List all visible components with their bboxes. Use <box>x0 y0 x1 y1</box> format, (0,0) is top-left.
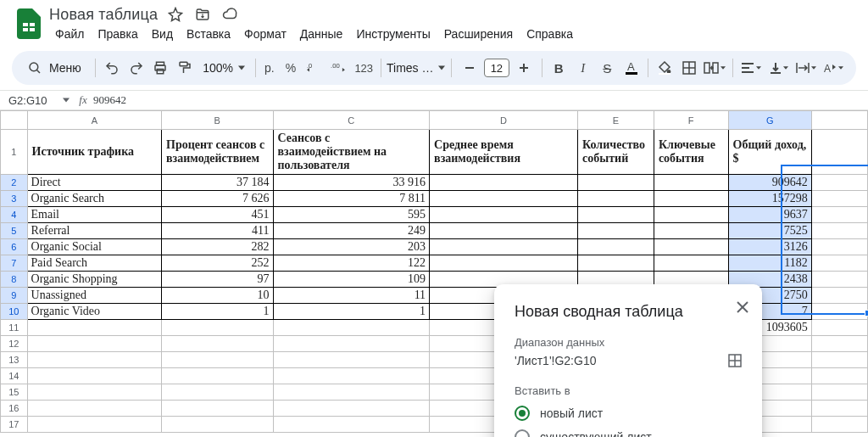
col-D[interactable]: D <box>430 111 578 130</box>
number-format-btn[interactable]: 123 <box>352 55 376 81</box>
menu-format[interactable]: Формат <box>238 25 292 42</box>
increase-decimal-icon[interactable]: .00 <box>328 55 351 81</box>
col-G[interactable]: G <box>728 111 811 130</box>
strike-btn[interactable]: S <box>596 55 619 81</box>
col-C[interactable]: C <box>273 111 430 130</box>
italic-btn[interactable]: I <box>571 55 594 81</box>
grid-select-icon[interactable] <box>728 354 742 367</box>
cloud-status-icon[interactable] <box>220 5 239 24</box>
formula-bar[interactable]: 909642 <box>93 93 126 107</box>
row-1[interactable]: 1 <box>1 130 28 175</box>
range-label: Диапазон данных <box>515 336 742 349</box>
row-8[interactable]: 8 <box>1 272 28 288</box>
col-H[interactable] <box>811 111 867 130</box>
range-value[interactable]: 'Лист1'!G2:G10 <box>515 354 596 367</box>
valign-btn[interactable] <box>766 55 792 81</box>
svg-text:A: A <box>627 60 635 73</box>
currency-btn[interactable]: р. <box>261 55 278 81</box>
col-A[interactable]: A <box>27 111 161 130</box>
decrease-decimal-icon[interactable]: .0 <box>303 55 326 81</box>
svg-rect-17 <box>659 73 670 75</box>
toolbar: Меню 100% р. % .0 .00 123 Times … 12 B I… <box>12 51 856 85</box>
paint-format-icon[interactable] <box>174 55 197 81</box>
menu-search[interactable]: Меню <box>22 55 90 81</box>
increase-font-icon[interactable] <box>511 55 537 81</box>
undo-icon[interactable] <box>101 55 124 81</box>
menu-insert[interactable]: Вставка <box>181 25 236 42</box>
radio-existing-sheet[interactable]: существующий лист <box>515 429 742 437</box>
menubar: Файл Правка Вид Вставка Формат Данные Ин… <box>49 25 579 42</box>
menu-view[interactable]: Вид <box>146 25 179 42</box>
row-9[interactable]: 9 <box>1 288 28 304</box>
star-icon[interactable] <box>166 5 185 24</box>
svg-text:A: A <box>824 63 831 74</box>
rotate-btn[interactable]: A <box>821 55 846 81</box>
svg-rect-16 <box>626 72 637 75</box>
sheets-app-icon[interactable] <box>12 7 46 41</box>
row-7[interactable]: 7 <box>1 255 28 272</box>
bold-btn[interactable]: B <box>548 55 570 81</box>
percent-btn[interactable]: % <box>280 55 303 81</box>
wrap-btn[interactable] <box>793 55 819 81</box>
menu-search-label: Меню <box>49 61 81 75</box>
decrease-font-icon[interactable] <box>457 55 482 81</box>
doc-title[interactable]: Новая таблица <box>49 6 158 24</box>
name-box[interactable]: G2:G10 <box>0 94 73 107</box>
pivot-table-dialog: Новая сводная таблица Диапазон данных 'Л… <box>494 284 762 437</box>
print-icon[interactable] <box>149 55 172 81</box>
col-B[interactable]: B <box>162 111 273 130</box>
row-4[interactable]: 4 <box>1 207 28 223</box>
borders-btn[interactable] <box>678 55 701 81</box>
fill-color-btn[interactable] <box>654 55 676 81</box>
row-10[interactable]: 10 <box>1 304 28 320</box>
menu-file[interactable]: Файл <box>49 25 90 42</box>
row-6[interactable]: 6 <box>1 239 28 255</box>
merge-btn[interactable] <box>702 55 727 81</box>
radio-new-sheet[interactable]: новый лист <box>515 406 742 421</box>
font-select[interactable]: Times … <box>387 61 446 75</box>
svg-point-4 <box>30 63 38 71</box>
svg-text:.0: .0 <box>307 62 312 70</box>
move-icon[interactable] <box>193 5 212 24</box>
svg-rect-9 <box>180 62 187 66</box>
menu-help[interactable]: Справка <box>520 25 579 42</box>
insert-label: Вставить в <box>515 384 742 397</box>
svg-text:.00: .00 <box>331 62 340 70</box>
menu-extensions[interactable]: Расширения <box>438 25 519 42</box>
row-2[interactable]: 2 <box>1 175 28 191</box>
row-5[interactable]: 5 <box>1 223 28 239</box>
row-3[interactable]: 3 <box>1 191 28 207</box>
menu-edit[interactable]: Правка <box>92 25 143 42</box>
text-color-btn[interactable]: A <box>620 55 643 81</box>
svg-rect-14 <box>523 64 525 72</box>
menu-data[interactable]: Данные <box>294 25 349 42</box>
fx-icon: fx <box>73 93 93 107</box>
menu-tools[interactable]: Инструменты <box>350 25 436 42</box>
col-F[interactable]: F <box>654 111 728 130</box>
select-all-corner[interactable] <box>1 111 28 130</box>
font-size-input[interactable]: 12 <box>484 59 509 77</box>
align-btn[interactable] <box>738 55 764 81</box>
dialog-title: Новая сводная таблица <box>515 303 742 321</box>
col-E[interactable]: E <box>578 111 654 130</box>
redo-icon[interactable] <box>125 55 147 81</box>
svg-line-5 <box>36 70 40 73</box>
zoom-select[interactable]: 100% <box>198 61 250 75</box>
close-icon[interactable] <box>735 300 750 315</box>
svg-rect-21 <box>704 63 709 73</box>
svg-rect-12 <box>465 67 474 69</box>
